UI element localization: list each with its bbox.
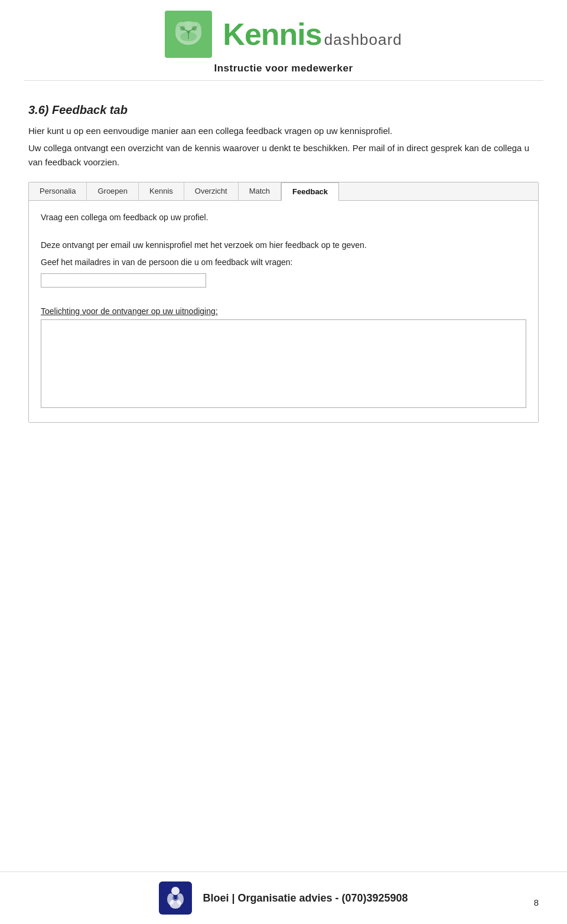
feedback-line2: Deze ontvangt per email uw kennisprofiel… xyxy=(41,239,526,252)
tab-panel: Personalia Groepen Kennis Overzicht Matc… xyxy=(28,182,539,423)
footer-text: Bloei | Organisatie advies - (070)392590… xyxy=(203,892,408,905)
tab-personalia[interactable]: Personalia xyxy=(29,182,87,201)
section-paragraph1: Hier kunt u op een eenvoudige manier aan… xyxy=(28,124,539,138)
tab-bar: Personalia Groepen Kennis Overzicht Matc… xyxy=(29,182,538,201)
page-wrapper: Kennis dashboard Instructie voor medewer… xyxy=(0,0,567,924)
feedback-tab-content: Vraag een collega om feedback op uw prof… xyxy=(29,201,538,422)
svg-point-18 xyxy=(172,895,178,901)
logo-inline: Kennis dashboard xyxy=(223,19,402,50)
tab-match[interactable]: Match xyxy=(239,182,281,201)
feedback-line1: Vraag een collega om feedback op uw prof… xyxy=(41,211,526,224)
toelichting-textarea[interactable] xyxy=(41,319,526,408)
section-title: 3.6) Feedback tab xyxy=(28,103,539,117)
logo-kennis-text: Kennis xyxy=(223,19,321,50)
svg-point-14 xyxy=(171,887,180,895)
page-header: Kennis dashboard Instructie voor medewer… xyxy=(0,0,567,87)
tab-groepen[interactable]: Groepen xyxy=(87,182,139,201)
bloei-logo xyxy=(159,881,192,915)
feedback-line3: Geef het mailadres in van de persoon die… xyxy=(41,256,526,269)
kennis-logo-icon xyxy=(165,11,212,58)
email-input[interactable] xyxy=(41,273,206,288)
tab-kennis[interactable]: Kennis xyxy=(139,182,184,201)
logo-text: Kennis dashboard xyxy=(223,19,402,50)
header-divider xyxy=(24,80,543,81)
page-footer: Bloei | Organisatie advies - (070)392590… xyxy=(0,871,567,924)
logo-dashboard-text: dashboard xyxy=(324,31,402,49)
tab-overzicht[interactable]: Overzicht xyxy=(184,182,239,201)
main-content: 3.6) Feedback tab Hier kunt u op een een… xyxy=(0,87,567,924)
header-subtitle: Instructie voor medewerker xyxy=(214,63,353,74)
tab-feedback[interactable]: Feedback xyxy=(281,182,339,201)
toelichting-label: Toelichting voor de ontvanger op uw uitn… xyxy=(41,306,526,316)
section-paragraph2: Uw collega ontvangt een overzicht van de… xyxy=(28,141,539,169)
header-top: Kennis dashboard xyxy=(24,11,543,58)
page-number: 8 xyxy=(534,897,539,907)
